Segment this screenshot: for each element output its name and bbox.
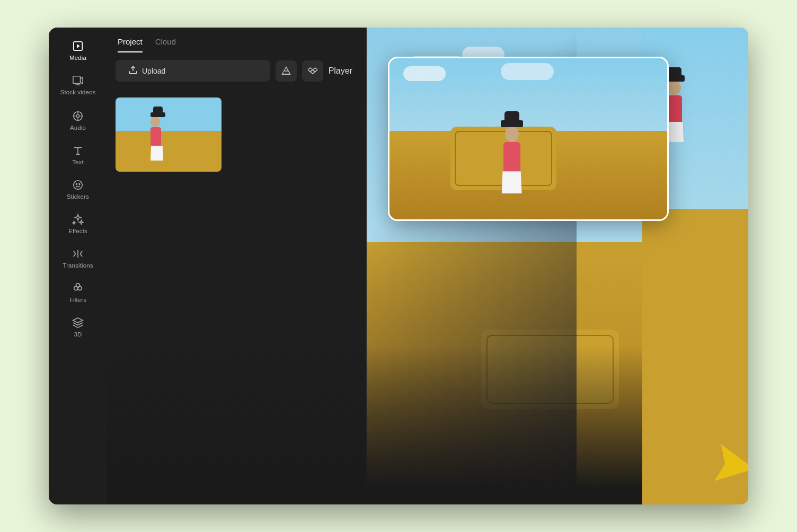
sidebar-item-media-label: Media [69, 55, 86, 61]
media-grid [107, 89, 366, 180]
preview-card[interactable] [388, 57, 669, 221]
media-icon [72, 40, 84, 52]
side-head [668, 81, 681, 95]
sidebar-item-media[interactable]: Media [49, 33, 107, 67]
svg-point-6 [76, 114, 79, 118]
thumbnail-skirt [150, 146, 163, 161]
sidebar-item-effects[interactable]: Effects [49, 206, 107, 241]
audio-icon [72, 110, 84, 122]
effects-icon [72, 214, 84, 225]
app-window: Media Stock videos Audio [49, 28, 748, 504]
filters-icon [72, 282, 84, 294]
preview-skirt [502, 171, 522, 193]
svg-point-14 [74, 181, 83, 190]
svg-point-16 [79, 183, 80, 184]
sidebar-item-transitions-label: Transitions [63, 262, 93, 269]
tab-cloud[interactable]: Cloud [155, 37, 176, 52]
player-area [367, 28, 748, 504]
upload-label: Upload [142, 67, 165, 75]
preview-hat-top [504, 111, 519, 121]
upload-button[interactable]: Upload [116, 60, 270, 82]
dropbox-button[interactable] [302, 60, 323, 82]
content-row: Project Cloud Upload [107, 28, 748, 504]
tab-project[interactable]: Project [118, 37, 143, 52]
media-panel: Project Cloud Upload [107, 28, 367, 504]
player-label: Player [329, 66, 358, 76]
google-drive-button[interactable] [276, 60, 297, 82]
sidebar-item-stock-videos[interactable]: Stock videos [49, 67, 107, 103]
media-toolbar: Upload Player [107, 52, 366, 89]
sidebar-item-stickers[interactable]: Stickers [49, 172, 107, 206]
sidebar-item-3d-label: 3D [74, 331, 82, 338]
sidebar-item-text-label: Text [72, 159, 84, 165]
svg-rect-2 [73, 76, 81, 84]
sidebar-item-filters[interactable]: Filters [49, 275, 107, 309]
sidebar-item-stock-label: Stock videos [60, 89, 96, 96]
tab-bar: Project Cloud [107, 28, 366, 52]
preview-card-inner [389, 58, 667, 219]
sidebar-item-stickers-label: Stickers [67, 193, 89, 200]
preview-head [505, 126, 519, 142]
stickers-icon [72, 179, 84, 191]
sidebar-item-audio-label: Audio [70, 125, 86, 131]
preview-person [501, 120, 523, 193]
svg-point-20 [76, 283, 79, 287]
3d-icon [72, 317, 84, 329]
side-hat-top [667, 67, 681, 76]
dropbox-icon [308, 66, 317, 76]
thumbnail-head [150, 117, 160, 127]
sidebar-item-3d[interactable]: 3D [49, 309, 107, 344]
text-icon [72, 145, 84, 156]
preview-body [503, 142, 520, 171]
sidebar: Media Stock videos Audio [49, 28, 107, 504]
svg-marker-1 [77, 44, 80, 48]
svg-point-15 [76, 183, 77, 184]
media-thumbnail[interactable] [116, 97, 222, 172]
preview-cloud-2 [501, 63, 554, 80]
upload-icon [128, 65, 138, 76]
sidebar-item-transitions[interactable]: Transitions [49, 241, 107, 275]
preview-hat-brim [501, 120, 523, 127]
preview-cloud-1 [403, 66, 446, 81]
thumbnail-hat [150, 112, 165, 117]
sidebar-item-text[interactable]: Text [49, 137, 107, 172]
transitions-icon [72, 248, 84, 260]
stock-videos-icon [72, 75, 84, 86]
sidebar-item-audio[interactable]: Audio [49, 103, 107, 137]
sidebar-item-filters-label: Filters [69, 297, 86, 303]
thumbnail-body [150, 127, 161, 146]
thumbnail-person [150, 112, 165, 161]
sidebar-item-effects-label: Effects [68, 228, 87, 234]
google-drive-icon [281, 66, 291, 76]
